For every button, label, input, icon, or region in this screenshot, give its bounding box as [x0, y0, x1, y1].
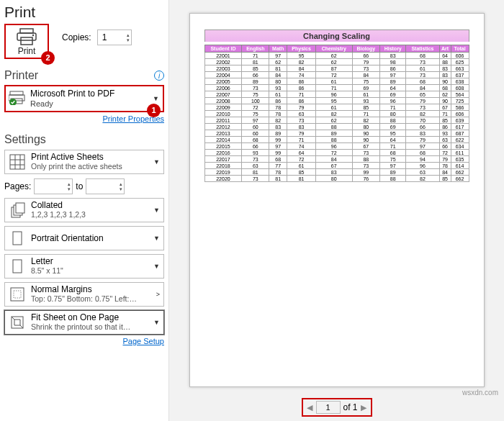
svg-rect-2: [21, 37, 32, 45]
table-row: 220097278796185717367586: [204, 104, 469, 111]
table-row: 220017197956266836864606: [204, 53, 469, 59]
badge-1: 1: [147, 104, 161, 117]
next-page-icon[interactable]: ▶: [361, 403, 366, 412]
table-row: 220177368728488759479635: [204, 156, 469, 163]
chevron-down-icon: ▼: [153, 95, 160, 102]
table-row: 220038581848773866183663: [204, 65, 469, 72]
chevron-down-icon: ▼: [153, 207, 161, 214]
preview-title: Changing Scaling: [204, 30, 469, 42]
settings-heading: Settings: [4, 133, 46, 146]
table-row: 220126083838880696686617: [204, 124, 469, 130]
margins-dropdown[interactable]: Normal MarginsTop: 0.75" Bottom: 0.75" L…: [4, 282, 164, 307]
chevron-down-icon: ▼: [153, 235, 161, 242]
svg-rect-18: [11, 288, 24, 301]
pages-label: Pages:: [4, 181, 31, 191]
margins-icon: [8, 285, 27, 304]
orientation-dropdown[interactable]: Portrait Orientation ▼: [4, 226, 164, 250]
table-row: 220136089798990958393687: [204, 130, 469, 137]
table-header: Physics: [287, 45, 316, 53]
print-button[interactable]: Print 2: [4, 24, 49, 59]
page-setup-link[interactable]: Page Setup: [4, 337, 164, 345]
table-row: 220028162826279987388625: [204, 59, 469, 65]
prev-page-icon[interactable]: ◀: [307, 403, 312, 412]
chevron-down-icon: ▼: [153, 158, 161, 166]
table-header: Statistics: [406, 45, 439, 53]
print-button-label: Print: [16, 46, 37, 56]
table-row: 220067393867169648468608: [204, 85, 469, 91]
svg-point-3: [32, 35, 34, 36]
table-header: Total: [451, 45, 469, 53]
badge-2: 2: [41, 51, 55, 65]
table-row: 220156697749667719766634: [204, 143, 469, 150]
page-navigator[interactable]: ◀ 1 of 1 ▶: [301, 398, 372, 417]
svg-rect-1: [17, 33, 36, 40]
printer-icon: [16, 27, 37, 46]
collated-icon: [8, 201, 27, 219]
collated-dropdown[interactable]: Collated1,2,3 1,2,3 1,2,3 ▼: [4, 198, 164, 222]
watermark: wsxdn.com: [462, 389, 498, 397]
printer-check-icon: [9, 89, 26, 108]
table-header: Student ID: [204, 45, 242, 53]
pages-to-label: to: [76, 181, 83, 191]
table-row: 220119782736282887085639: [204, 117, 469, 124]
copies-stepper[interactable]: 1 ▴▾: [97, 30, 132, 45]
scaling-dropdown[interactable]: Fit Sheet on One PageShrink the printout…: [4, 310, 164, 335]
chevron-down-icon: ▼: [153, 319, 161, 326]
table-header: Math: [269, 45, 287, 53]
fit-icon: [8, 313, 27, 332]
paper-dropdown[interactable]: Letter8.5" x 11" ▼: [4, 254, 164, 279]
portrait-icon: [8, 229, 27, 248]
table-row: 220046684747284977383637: [204, 72, 469, 78]
table-header: Chemistry: [315, 45, 352, 53]
table-header: Biology: [352, 45, 379, 53]
stepper-arrows-icon: ▴▾: [127, 32, 130, 42]
table-row: 220186377616773979678614: [204, 163, 469, 169]
svg-rect-17: [13, 260, 22, 273]
printer-status: Ready: [30, 99, 148, 109]
paper-icon: [8, 257, 27, 276]
printer-heading: Printer: [4, 69, 38, 82]
preview-table: Student IDEnglishMathPhysicsChemistryBio…: [204, 45, 469, 182]
page-count: of 1: [343, 402, 357, 412]
svg-rect-15: [16, 203, 24, 213]
table-header: History: [380, 45, 406, 53]
chevron-down-icon: ▼: [153, 263, 161, 270]
sheets-icon: [8, 153, 27, 171]
table-row: 220207381818076888285662: [204, 176, 469, 182]
print-sheets-dropdown[interactable]: Print Active SheetsOnly print the active…: [4, 150, 164, 174]
table-row: 220107578638271808271606: [204, 111, 469, 117]
info-icon[interactable]: i: [154, 71, 164, 81]
pages-from-stepper[interactable]: ▴▾: [34, 178, 73, 194]
svg-rect-4: [10, 91, 23, 95]
printer-name: Microsoft Print to PDF: [30, 89, 148, 99]
current-page-input[interactable]: 1: [315, 401, 340, 414]
table-row: 220146899718890647963622: [204, 137, 469, 143]
svg-rect-8: [10, 155, 24, 169]
print-preview-page: Changing Scaling Student IDEnglishMathPh…: [189, 13, 485, 387]
table-row: 220198178858399896384662: [204, 169, 469, 176]
copies-label: Copies:: [62, 32, 91, 42]
printer-properties-link[interactable]: Printer Properties: [4, 114, 164, 123]
chevron-down-icon: >: [156, 291, 161, 298]
pages-to-stepper[interactable]: ▴▾: [86, 178, 125, 194]
table-row: 220169399647273686872611: [204, 150, 469, 156]
page-title: Print: [4, 4, 164, 21]
svg-rect-16: [13, 232, 22, 245]
svg-rect-0: [20, 29, 33, 33]
table-row: 220077561719661696562564: [204, 91, 469, 98]
table-row: 2200810086869593967990725: [204, 98, 469, 104]
printer-dropdown[interactable]: Microsoft Print to PDF Ready ▼ 1: [4, 85, 164, 112]
table-header: English: [242, 45, 269, 53]
svg-rect-19: [14, 291, 21, 298]
table-row: 220058980866175896890638: [204, 78, 469, 85]
table-header: Art: [439, 45, 451, 53]
